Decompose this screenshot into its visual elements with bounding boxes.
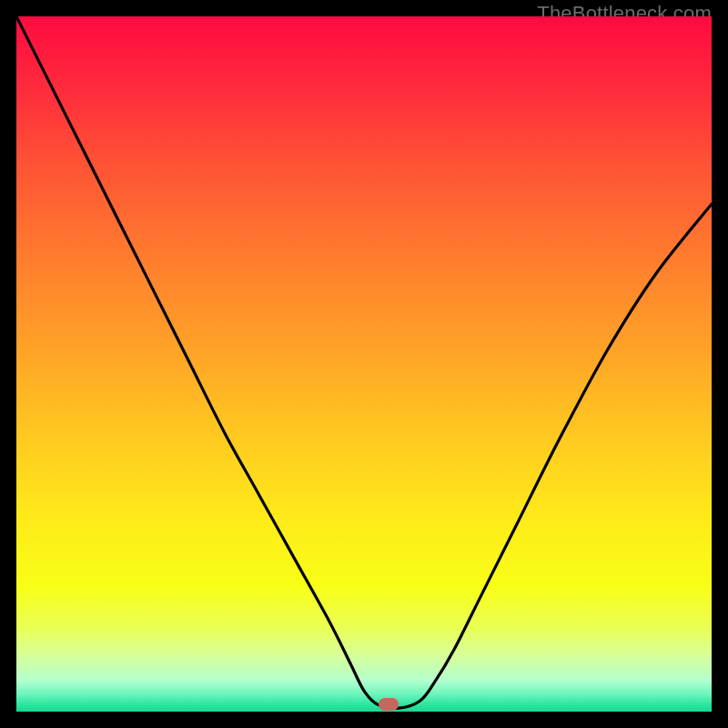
optimum-marker [379, 698, 399, 711]
plot-area [16, 16, 712, 712]
bottleneck-curve [16, 16, 712, 712]
chart-frame: TheBottleneck.com [0, 0, 728, 728]
